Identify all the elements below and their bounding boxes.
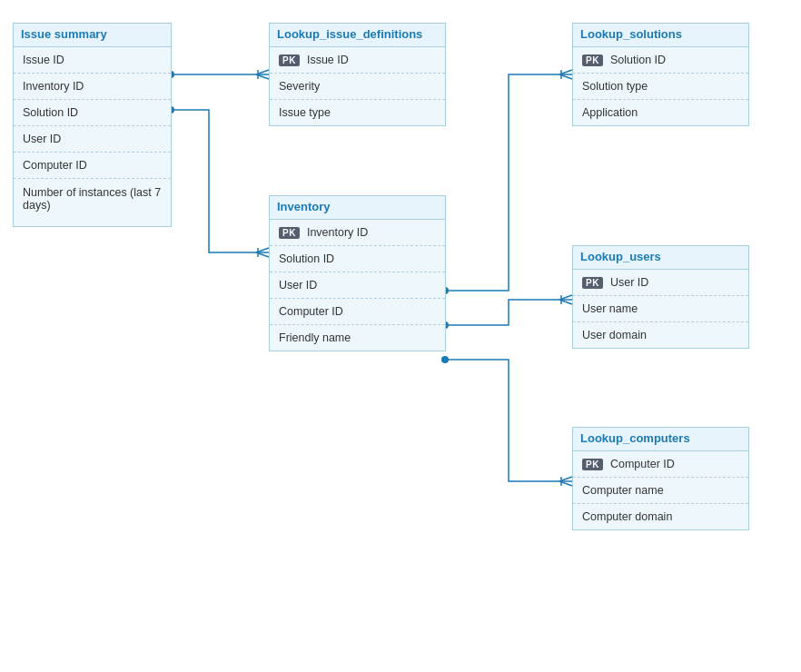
table-row: Solution type: [573, 74, 748, 100]
svg-line-10: [559, 70, 572, 74]
table-row: Computer name: [573, 478, 748, 504]
svg-line-11: [559, 74, 572, 79]
table-body-lookup-users: PK User ID User name User domain: [573, 269, 748, 348]
pk-badge: PK: [582, 459, 603, 470]
svg-line-18: [559, 477, 572, 481]
table-lookup-solutions: Lookup_solutions PK Solution ID Solution…: [572, 23, 749, 126]
table-row: Number of instances (last 7 days): [14, 179, 171, 226]
table-body-lookup-solutions: PK Solution ID Solution type Application: [573, 46, 748, 125]
table-row: User name: [573, 296, 748, 322]
pk-badge: PK: [279, 227, 300, 239]
table-row: User ID: [270, 272, 445, 299]
table-body-inventory: PK Inventory ID Solution ID User ID Comp…: [270, 219, 445, 351]
diagram-container: Issue summary Issue ID Inventory ID Solu…: [0, 0, 801, 672]
table-body-lookup-computers: PK Computer ID Computer name Computer do…: [573, 450, 748, 529]
table-row: Application: [573, 100, 748, 125]
table-title-lookup-solutions: Lookup_solutions: [573, 24, 748, 46]
table-title-issue-summary: Issue summary: [14, 24, 171, 46]
svg-line-6: [256, 248, 269, 252]
svg-line-15: [559, 300, 572, 304]
pk-badge: PK: [582, 277, 603, 289]
table-row: User ID: [14, 126, 171, 153]
table-row: Solution ID: [14, 100, 171, 126]
table-title-lookup-users: Lookup_users: [573, 246, 748, 269]
table-row: Friendly name: [270, 325, 445, 351]
table-inventory: Inventory PK Inventory ID Solution ID Us…: [269, 195, 446, 351]
table-row: PK Inventory ID: [270, 220, 445, 246]
table-lookup-issue-definitions: Lookup_issue_definitions PK Issue ID Sev…: [269, 23, 446, 126]
svg-line-19: [559, 481, 572, 486]
svg-line-2: [256, 70, 269, 74]
table-body-lookup-issue-definitions: PK Issue ID Severity Issue type: [270, 46, 445, 125]
table-row: PK User ID: [573, 270, 748, 296]
table-title-lookup-issue-definitions: Lookup_issue_definitions: [270, 24, 445, 46]
table-row: Computer ID: [270, 299, 445, 325]
svg-line-14: [559, 295, 572, 300]
table-row: Issue type: [270, 100, 445, 125]
table-title-inventory: Inventory: [270, 196, 445, 219]
table-row: PK Solution ID: [573, 47, 748, 74]
svg-line-3: [256, 74, 269, 79]
table-row: Issue ID: [14, 47, 171, 74]
table-lookup-computers: Lookup_computers PK Computer ID Computer…: [572, 427, 749, 530]
table-row: PK Computer ID: [573, 451, 748, 478]
table-issue-summary: Issue summary Issue ID Inventory ID Solu…: [13, 23, 172, 227]
table-body-issue-summary: Issue ID Inventory ID Solution ID User I…: [14, 46, 171, 226]
svg-line-7: [256, 252, 269, 257]
svg-point-17: [441, 356, 449, 363]
pk-badge: PK: [582, 54, 603, 66]
pk-badge: PK: [279, 54, 300, 66]
table-row: Computer ID: [14, 153, 171, 179]
table-row: Severity: [270, 74, 445, 100]
table-row: Solution ID: [270, 246, 445, 272]
table-title-lookup-computers: Lookup_computers: [573, 428, 748, 450]
table-row: Computer domain: [573, 504, 748, 529]
table-lookup-users: Lookup_users PK User ID User name User d…: [572, 245, 749, 349]
table-row: Inventory ID: [14, 74, 171, 100]
table-row: PK Issue ID: [270, 47, 445, 74]
table-row: User domain: [573, 322, 748, 348]
